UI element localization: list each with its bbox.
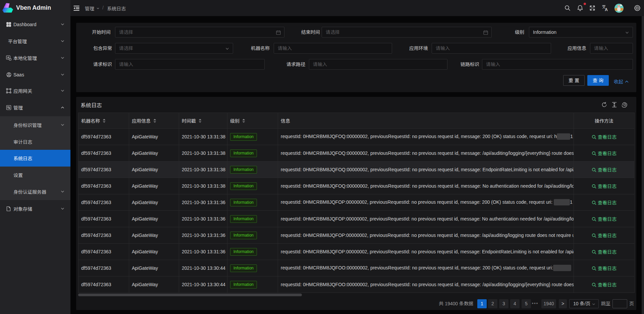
svg-text:A: A: [605, 7, 608, 12]
